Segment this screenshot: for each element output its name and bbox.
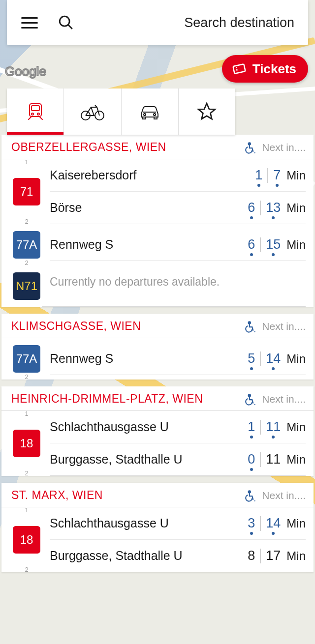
tab-car[interactable] — [122, 88, 179, 135]
destination-row[interactable]: Rennweg S 5 14 Min — [50, 343, 306, 375]
station-name: KLIMSCHGASSE, WIEN — [11, 320, 244, 333]
departure-times: 1 7 Min — [253, 168, 306, 183]
search-placeholder: Search destination — [84, 15, 308, 30]
destination-row[interactable]: Börse 6 13 Min — [50, 192, 306, 224]
tab-favorites[interactable] — [179, 88, 235, 135]
car-icon — [137, 102, 162, 121]
time-1: 6 — [246, 237, 257, 252]
svg-marker-15 — [199, 103, 215, 119]
line-badge-column: 77A2 — [11, 224, 42, 265]
station-header[interactable]: HEINRICH-DRIMMEL-PLATZ, WIEN Next in.... — [1, 386, 314, 411]
wheelchair-icon — [244, 489, 257, 502]
station-card[interactable]: OBERZELLERGASSE, WIEN Next in....1712Kai… — [1, 135, 314, 307]
station-header[interactable]: KLIMSCHGASSE, WIEN Next in.... — [1, 314, 314, 338]
svg-point-16 — [249, 143, 251, 145]
line-badge: 71 — [13, 178, 40, 205]
departure-times: 6 13 Min — [246, 200, 306, 215]
time-1: 6 — [246, 200, 257, 215]
min-label: Min — [286, 352, 306, 366]
station-header[interactable]: OBERZELLERGASSE, WIEN Next in.... — [1, 135, 314, 159]
destination-name: Kaiserebersdorf — [50, 168, 253, 182]
line-badge-column: 1182 — [11, 411, 42, 476]
next-in-label: Next in.... — [262, 321, 306, 332]
svg-rect-2 — [233, 64, 245, 73]
tab-bike[interactable] — [64, 88, 121, 135]
min-label: Min — [286, 549, 306, 563]
destination-row[interactable]: Kaiserebersdorf 1 7 Min — [50, 159, 306, 192]
line-badge-column: 77A2 — [11, 338, 42, 380]
station-card[interactable]: ST. MARX, WIEN Next in....1182Schlachtha… — [1, 483, 314, 572]
line-row[interactable]: 1712Kaiserebersdorf 1 7 Min Börse 6 13 M… — [1, 159, 314, 224]
time-1: 3 — [246, 516, 257, 531]
min-label: Min — [286, 420, 306, 434]
search-bar[interactable]: Search destination — [7, 0, 308, 45]
line-row[interactable]: 1182Schlachthausgasse U 3 14 Min Burggas… — [1, 507, 314, 572]
tab-transit[interactable] — [7, 88, 64, 135]
tickets-button[interactable]: Tickets — [222, 55, 308, 83]
departure-times: 5 14 Min — [246, 351, 306, 366]
next-in-label: Next in.... — [262, 142, 306, 153]
time-2: 14 — [264, 351, 283, 366]
line-row[interactable]: 77A2Rennweg S 5 14 Min — [1, 338, 314, 380]
time-2: 15 — [264, 237, 283, 252]
line-badge-column: 1182 — [11, 507, 42, 572]
svg-point-20 — [249, 394, 251, 396]
svg-point-23 — [254, 500, 255, 501]
time-1: 5 — [246, 351, 257, 366]
menu-button[interactable] — [11, 8, 48, 37]
tickets-label: Tickets — [252, 61, 296, 77]
line-row[interactable]: N71Currently no departures available. — [1, 265, 314, 307]
line-badge-column: N71 — [11, 265, 42, 307]
departure-times: 3 14 Min — [246, 516, 306, 531]
search-icon[interactable] — [48, 14, 84, 31]
station-card[interactable]: KLIMSCHGASSE, WIEN Next in....77A2Rennwe… — [1, 314, 314, 380]
svg-rect-5 — [32, 106, 39, 111]
destination-name: Schlachthausgasse U — [50, 420, 246, 434]
line-badge: 77A — [13, 345, 40, 373]
ticket-icon — [232, 61, 247, 76]
departures-list[interactable]: OBERZELLERGASSE, WIEN Next in....1712Kai… — [0, 135, 315, 644]
svg-point-12 — [144, 114, 146, 116]
destination-row[interactable]: Rennweg S 6 15 Min — [50, 229, 306, 261]
wheelchair-icon — [244, 393, 257, 406]
svg-point-6 — [32, 113, 33, 115]
line-badge: 77A — [13, 231, 40, 259]
line-badge-column: 1712 — [11, 159, 42, 224]
svg-point-7 — [37, 113, 39, 115]
time-2: 13 — [264, 200, 283, 215]
svg-point-19 — [254, 331, 255, 332]
destination-row[interactable]: Schlachthausgasse U 1 11 Min — [50, 411, 306, 443]
destination-row[interactable]: Burggasse, Stadthalle U 8 17 Min — [50, 540, 306, 572]
departure-times: 8 17 Min — [246, 548, 306, 563]
destination-row[interactable]: Schlachthausgasse U 3 14 Min — [50, 507, 306, 540]
svg-point-18 — [249, 322, 251, 323]
station-header[interactable]: ST. MARX, WIEN Next in.... — [1, 483, 314, 507]
time-2: 11 — [264, 452, 283, 467]
destinations-column: Schlachthausgasse U 1 11 Min Burggasse, … — [42, 411, 306, 476]
destination-name: Burggasse, Stadthalle U — [50, 452, 246, 467]
destination-row[interactable]: Burggasse, Stadthalle U 0 11 Min — [50, 443, 306, 476]
time-2: 14 — [264, 516, 283, 531]
platform-number: 1 — [25, 410, 28, 417]
svg-point-17 — [254, 152, 255, 153]
no-departures-message: Currently no departures available. — [42, 265, 306, 307]
tram-icon — [24, 100, 47, 123]
line-row[interactable]: 1182Schlachthausgasse U 1 11 Min Burggas… — [1, 411, 314, 476]
svg-point-21 — [254, 404, 255, 405]
departure-times: 6 15 Min — [246, 237, 306, 252]
station-card[interactable]: HEINRICH-DRIMMEL-PLATZ, WIEN Next in....… — [1, 386, 314, 476]
platform-number: 2 — [25, 469, 28, 477]
line-row[interactable]: 77A2Rennweg S 6 15 Min — [1, 224, 314, 265]
platform-number: 2 — [25, 373, 28, 381]
departure-times: 0 11 Min — [246, 452, 306, 467]
map-attribution: Google — [5, 64, 46, 79]
departure-times: 1 11 Min — [246, 419, 306, 435]
destinations-column: Schlachthausgasse U 3 14 Min Burggasse, … — [42, 507, 306, 572]
mode-tabs — [7, 88, 235, 135]
destination-name: Rennweg S — [50, 237, 246, 252]
min-label: Min — [286, 453, 306, 467]
station-name: OBERZELLERGASSE, WIEN — [11, 141, 244, 154]
platform-number: 2 — [25, 566, 28, 573]
time-2: 17 — [264, 548, 283, 563]
star-icon — [197, 102, 217, 121]
